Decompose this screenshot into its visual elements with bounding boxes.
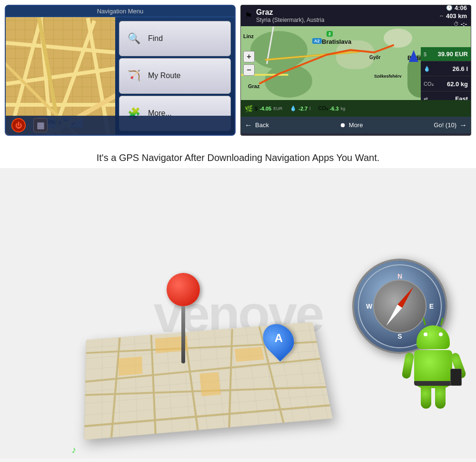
compass-east: E xyxy=(429,302,434,310)
top-section: Navigation Menu Show Map 🔍 xyxy=(0,0,476,143)
road-badge-a2: A2 xyxy=(312,38,322,44)
android-body xyxy=(414,350,452,388)
road-badge-2: 2 xyxy=(327,31,333,37)
nav-bottom-bar: ⏻ ▦ xyxy=(6,116,235,135)
compass-south: S xyxy=(397,332,402,340)
power-button[interactable]: ⏻ xyxy=(11,118,26,132)
find-icon: 🔍 xyxy=(125,30,142,47)
gps-road-type-item: ⇌ Fast xyxy=(421,92,471,100)
folded-map xyxy=(84,322,332,440)
city-szekesf: Székesfehérv xyxy=(374,74,402,79)
eco-fuel: 💧 -2.7 l xyxy=(290,105,310,111)
eco-fuel-val: -2.7 xyxy=(298,106,307,111)
go-button[interactable]: Go! (10) → xyxy=(434,121,467,130)
gps-flag-icon: ⚑ xyxy=(245,10,252,21)
gps-stats: 🕐 4:06 ↔ 403 km ⏱ -:- xyxy=(419,5,467,28)
android-leg-left xyxy=(421,387,431,409)
android-eye-right xyxy=(439,332,443,336)
gps-right-stats: $ 39.90 EUR 💧 26.6 l CO₂ 62.0 kg ⇌ Fast … xyxy=(421,47,471,100)
eco-co2: CO₂ -6.3 kg xyxy=(318,105,345,111)
gps-road-type: Fast xyxy=(455,95,468,100)
gps-header: ⚑ Graz Styria (Steiermark), Austria 🕐 4:… xyxy=(241,5,471,26)
gps-fuel-item: 💧 26.6 l xyxy=(421,62,471,76)
city-bratislava: Bratislava xyxy=(322,38,351,45)
gps-cost-item: $ 39.90 EUR xyxy=(421,47,471,61)
eco-co2-val: -6.3 xyxy=(330,106,339,111)
android-leg-right xyxy=(435,387,446,409)
android-head xyxy=(416,325,450,349)
compass-north: N xyxy=(397,272,402,280)
gps-pin xyxy=(167,273,200,363)
gps-city: Graz xyxy=(256,8,416,17)
location-pin-a: A xyxy=(264,323,293,356)
gps-distance: 403 km xyxy=(446,12,467,20)
gps-eco-bar: 🌿 $ -4.05 EUR 💧 -2.7 l CO₂ -6.3 kg xyxy=(241,100,471,117)
nav-panel: Navigation Menu Show Map 🔍 xyxy=(5,5,236,136)
find-label: Find xyxy=(148,34,163,43)
gps-cost: 39.90 EUR xyxy=(437,50,468,58)
gps-location: Graz Styria (Steiermark), Austria xyxy=(256,8,416,23)
eco-cost-val: -4.05 xyxy=(259,106,271,111)
android-belt xyxy=(414,381,452,386)
pin-stick xyxy=(181,306,185,363)
nav-panel-title: Navigation Menu xyxy=(6,6,235,17)
gps-footer: ← Back ⏺ More Go! (10) → xyxy=(241,117,471,133)
android-eye-left xyxy=(424,332,427,336)
zoom-in-button[interactable]: + xyxy=(243,51,255,62)
gps-co2: 62.0 kg xyxy=(447,80,468,88)
nav-triangle-icon xyxy=(409,50,418,62)
city-linz: Linz xyxy=(243,33,254,39)
city-gyor: Győr xyxy=(369,55,380,60)
android-arm-left xyxy=(401,352,414,379)
gps-panel: ⚑ Graz Styria (Steiermark), Austria 🕐 4:… xyxy=(240,5,471,136)
zoom-out-button[interactable]: − xyxy=(243,64,255,76)
map-controls: + − xyxy=(243,51,255,76)
eco-cost: 🌿 $ -4.05 EUR xyxy=(245,105,282,112)
city-graz: Graz xyxy=(248,83,259,89)
my-route-button[interactable]: 🏹 My Route xyxy=(119,58,231,93)
android-phone xyxy=(450,369,462,386)
find-button[interactable]: 🔍 Find xyxy=(119,21,231,56)
music-note-4: ♪ xyxy=(71,444,76,455)
middle-section: It's a GPS Navigator After Downloading N… xyxy=(0,143,476,168)
gps-co2-item: CO₂ 62.0 kg xyxy=(421,77,471,91)
more-footer-button[interactable]: ⏺ More xyxy=(340,121,363,129)
android-bot xyxy=(405,325,462,411)
gps-fuel: 26.6 l xyxy=(452,65,468,72)
back-button[interactable]: ← Back xyxy=(245,121,269,130)
my-route-label: My Route xyxy=(148,71,180,80)
gps-time: 4:06 xyxy=(455,5,467,11)
bottom-section: venove ♪ ♫ ♩ ♪ ♩ ♫ A xyxy=(0,168,476,459)
pin-a-letter: A xyxy=(274,331,282,344)
compass-west: W xyxy=(366,302,372,310)
tagline: It's a GPS Navigator After Downloading N… xyxy=(14,152,462,163)
pin-ball xyxy=(167,273,200,306)
menu-button[interactable]: ▦ xyxy=(33,118,48,132)
my-route-icon: 🏹 xyxy=(125,67,142,84)
gps-map-area: Linz Bratislava Győr Buda Székesfehérv G… xyxy=(241,26,471,100)
gps-region: Styria (Steiermark), Austria xyxy=(256,17,416,23)
